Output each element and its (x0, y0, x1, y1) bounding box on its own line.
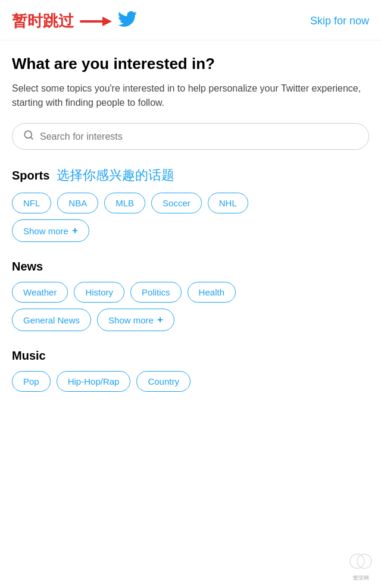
search-container (12, 123, 369, 150)
sports-tag-soccer[interactable]: Soccer (151, 193, 202, 213)
music-title: Music (12, 349, 46, 363)
news-show-more-button[interactable]: Show more + (97, 309, 174, 331)
sports-title: Sports (12, 169, 49, 183)
news-tag-health[interactable]: Health (188, 282, 236, 303)
search-input[interactable] (40, 131, 358, 142)
music-header: Music (12, 349, 369, 363)
music-tag-pop[interactable]: Pop (12, 371, 51, 392)
arrow-container (80, 10, 137, 33)
main-content: What are you interested in? Select some … (0, 40, 381, 427)
sports-show-more-row: Show more + (12, 219, 369, 242)
plus-icon: + (72, 225, 78, 237)
sports-chinese-label: 选择你感兴趣的话题 (57, 166, 174, 184)
watermark: 繁荣网 (348, 548, 374, 582)
page-title: What are you interested in? (12, 55, 369, 73)
news-title: News (12, 260, 43, 273)
music-tag-country[interactable]: Country (136, 371, 190, 392)
news-second-tags-row: General News Show more + (12, 309, 369, 331)
page-description: Select some topics you're interested in … (12, 81, 369, 110)
header: 暂时跳过 Skip for now (0, 0, 381, 40)
news-tag-general-news[interactable]: General News (12, 309, 91, 331)
skip-for-now-link[interactable]: Skip for now (310, 15, 369, 27)
sports-show-more-button[interactable]: Show more + (12, 219, 89, 242)
header-left: 暂时跳过 (12, 10, 137, 33)
sports-tags-row: NFL NBA MLB Soccer NHL (12, 193, 369, 213)
news-tag-weather[interactable]: Weather (12, 282, 68, 303)
news-header: News (12, 260, 369, 273)
sports-section: Sports 选择你感兴趣的话题 NFL NBA MLB Soccer NHL … (12, 166, 369, 242)
sports-tag-mlb[interactable]: MLB (104, 193, 145, 213)
music-tag-hiphop-rap[interactable]: Hip-Hop/Rap (57, 371, 131, 392)
watermark-text: 繁荣网 (353, 574, 369, 582)
sports-tag-nfl[interactable]: NFL (12, 193, 51, 213)
sports-header: Sports 选择你感兴趣的话题 (12, 166, 369, 184)
plus-icon-news: + (157, 314, 163, 326)
music-section: Music Pop Hip-Hop/Rap Country (12, 349, 369, 392)
news-tag-history[interactable]: History (74, 282, 124, 303)
news-section: News Weather History Politics Health Gen… (12, 260, 369, 331)
search-icon (23, 130, 34, 143)
music-tags-row: Pop Hip-Hop/Rap Country (12, 371, 369, 392)
news-tags-row: Weather History Politics Health (12, 282, 369, 303)
sports-tag-nba[interactable]: NBA (57, 193, 98, 213)
svg-marker-1 (102, 17, 112, 26)
sports-tag-nhl[interactable]: NHL (208, 193, 248, 213)
chinese-skip-label: 暂时跳过 (12, 11, 74, 32)
svg-line-3 (30, 137, 32, 139)
red-arrow-icon (80, 13, 115, 30)
twitter-bird-icon (118, 10, 137, 33)
news-tag-politics[interactable]: Politics (130, 282, 182, 303)
